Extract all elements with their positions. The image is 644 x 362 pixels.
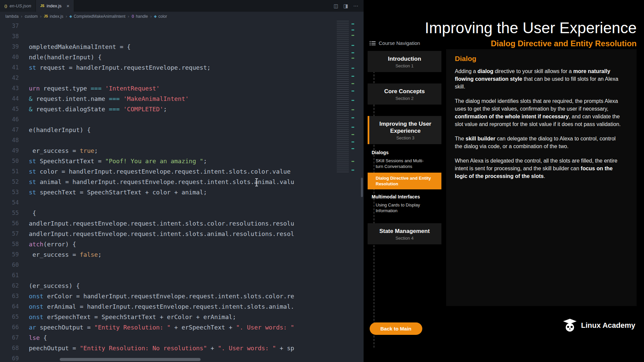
code-line[interactable]: 66ar speechOutput = "Entity Resolution: … [0, 322, 335, 333]
tab-en-us-json[interactable]: {}en-US.json [0, 0, 36, 12]
nav-section-state-management[interactable]: State ManagementSection 4 [368, 223, 441, 244]
line-number: 58 [0, 239, 19, 249]
code-line[interactable]: 56andlerInput.requestEnvelope.request.in… [0, 218, 335, 229]
chevron-right-icon: › [21, 14, 22, 19]
code-line[interactable]: 59 er_success = false; [0, 249, 335, 260]
breadcrumb-item-lambda[interactable]: lambda [5, 14, 18, 19]
code-line[interactable]: 40ndle(handlerInput) { [0, 52, 335, 62]
code-line[interactable]: 58atch(error) { [0, 239, 335, 249]
vertical-scrollbar[interactable] [361, 178, 363, 197]
code-line[interactable]: 46 [0, 114, 335, 125]
line-number: 69 [0, 353, 19, 362]
minimap-mark [352, 109, 354, 110]
code-line[interactable]: 61 [0, 270, 335, 281]
code-token: ; [94, 145, 98, 156]
code-token: & [29, 104, 33, 114]
more-actions-icon[interactable]: ⋯ [353, 3, 358, 9]
text-run: directive to your skill allows for a [493, 68, 573, 74]
code-line[interactable]: 65onst erSpeechText = SpeechStartText + … [0, 312, 335, 322]
nav-item-skill-sessions-and-multi-turn-conversations[interactable]: SKill Sessions and Multi-turn Conversati… [368, 156, 430, 171]
code-line[interactable]: 57andlerInput.requestEnvelope.request.in… [0, 229, 335, 239]
text-run: . [544, 173, 545, 179]
code-line[interactable]: 64onst erAnimal = handlerInput.requestEn… [0, 301, 335, 312]
close-icon[interactable]: × [66, 3, 69, 8]
line-number: 57 [0, 229, 19, 239]
code-line[interactable]: 62(er_success) { [0, 281, 335, 291]
horizontal-scrollbar[interactable] [60, 358, 201, 361]
breadcrumb-item-completedmakeanimalintent[interactable]: ◈CompletedMakeAnimalIntent [69, 14, 125, 19]
javascript-icon: JS [40, 4, 44, 8]
nav-item-dialogs[interactable]: Dialogs [368, 147, 441, 156]
line-number: 37 [0, 21, 19, 31]
code-line[interactable]: 39ompletedMakeAnimalIntent = { [0, 42, 335, 52]
code-line[interactable]: 60 [0, 260, 335, 270]
code-token: 'MakeAnimalIntent' [123, 94, 189, 104]
code-token: false [80, 249, 98, 260]
breadcrumb-item-handle[interactable]: ⟨⟩handle [131, 14, 148, 19]
code-line[interactable]: 49 er_success = true; [0, 145, 335, 156]
code-token: + erSpeechText + [171, 322, 236, 333]
code-token: ". User words: " [218, 343, 276, 353]
code-line[interactable]: 42 [0, 73, 335, 83]
content-heading: Dialog [455, 55, 628, 63]
line-number: 67 [0, 333, 19, 343]
tab-bar: {}en-US.jsonJSindex.js× ◫◨⋯ [0, 0, 364, 12]
text-run: The dialog model identifies slots that a… [455, 98, 618, 112]
code-line[interactable]: 43urn request.type === 'IntentRequest' [0, 83, 335, 94]
text-run: skill builder [466, 136, 495, 141]
code-token: speechOutput = [36, 322, 94, 333]
minimap-mark [352, 127, 354, 128]
minimap[interactable] [337, 21, 354, 195]
json-icon: {} [4, 4, 7, 8]
code-line[interactable]: 44& request.intent.name === 'MakeAnimalI… [0, 94, 335, 104]
code-line[interactable]: 68peechOutput = "Entity Resolution: No r… [0, 343, 335, 353]
code-line[interactable]: 63onst erColor = handlerInput.requestEnv… [0, 291, 335, 301]
code-token: === [91, 83, 102, 94]
minimap-mark [352, 83, 354, 84]
code-line[interactable]: 55 { [0, 208, 335, 218]
nav-section-subtitle: Section 4 [370, 236, 439, 241]
symbol-field-icon: ◈ [154, 14, 157, 18]
breadcrumb-item-index-js[interactable]: JSindex.js [44, 14, 63, 19]
line-number: 62 [0, 281, 19, 291]
code-line[interactable]: 37 [0, 21, 335, 31]
code-line[interactable]: 47e(handlerInput) { [0, 125, 335, 135]
code-line[interactable]: 53st speechText = SpeechStartText + colo… [0, 187, 335, 197]
code-token [102, 83, 105, 94]
breadcrumb-label: CompletedMakeAnimalIntent [74, 14, 125, 19]
minimap-text [337, 21, 349, 172]
nav-section-introduction[interactable]: IntroductionSection 1 [368, 51, 441, 72]
code-line[interactable]: 51st color = handlerInput.requestEnvelop… [0, 166, 335, 177]
breadcrumb: lambda›custom›JSindex.js›◈CompletedMakeA… [0, 12, 364, 21]
nav-section-core-concepts[interactable]: Core ConceptsSection 2 [368, 83, 441, 105]
code-line[interactable]: 50st SpeechStartText = "Poof! You are an… [0, 156, 335, 166]
back-to-main-button[interactable]: Back to Main [370, 322, 422, 335]
course-navigation-label: Course Navigation [379, 40, 420, 46]
code-line[interactable]: 52st animal = handlerInput.requestEnvelo… [0, 177, 335, 187]
code-line[interactable]: 38 [0, 31, 335, 42]
code-line[interactable]: 41st request = handlerInput.requestEnvel… [0, 62, 335, 73]
nav-section-improving-the-user-experience[interactable]: Improving the User ExperienceSection 3 [368, 116, 441, 144]
code-lines: 373839ompletedMakeAnimalIntent = {40ndle… [0, 21, 335, 362]
nav-item-multimodal-interfaces[interactable]: Multimodal Interfaces [368, 191, 441, 200]
code-line[interactable]: 45& request.dialogState === 'COMPLETED'; [0, 104, 335, 114]
nav-item-dialog-directive-and-entity-resolution[interactable]: Dialog Directive and Entity Resolution [368, 173, 441, 189]
code-line[interactable]: 54 [0, 197, 335, 208]
nav-item-using-cards-to-display-information[interactable]: Using Cards to Display Information [368, 200, 430, 215]
code-token: urn [29, 83, 40, 94]
content-paragraph: When Alexa is delegated the control, all… [455, 157, 624, 180]
code-token: st [29, 156, 36, 166]
breadcrumb-item-color[interactable]: ◈color [154, 14, 167, 19]
chevron-right-icon: › [66, 14, 67, 19]
code-area[interactable]: 373839ompletedMakeAnimalIntent = {40ndle… [0, 21, 335, 362]
code-token: atch [29, 239, 43, 249]
split-editor-icon[interactable]: ◫ [334, 3, 338, 9]
code-line[interactable]: 48 [0, 135, 335, 145]
toggle-layout-icon[interactable]: ◨ [343, 3, 348, 9]
code-line[interactable]: 67lse { [0, 333, 335, 343]
code-token: onst [29, 291, 43, 301]
breadcrumb-item-custom[interactable]: custom [25, 14, 38, 19]
course-panel: Improving the User Experience Dialog Dir… [364, 0, 644, 362]
tab-label: en-US.json [10, 3, 31, 8]
tab-index-js[interactable]: JSindex.js× [36, 0, 74, 12]
